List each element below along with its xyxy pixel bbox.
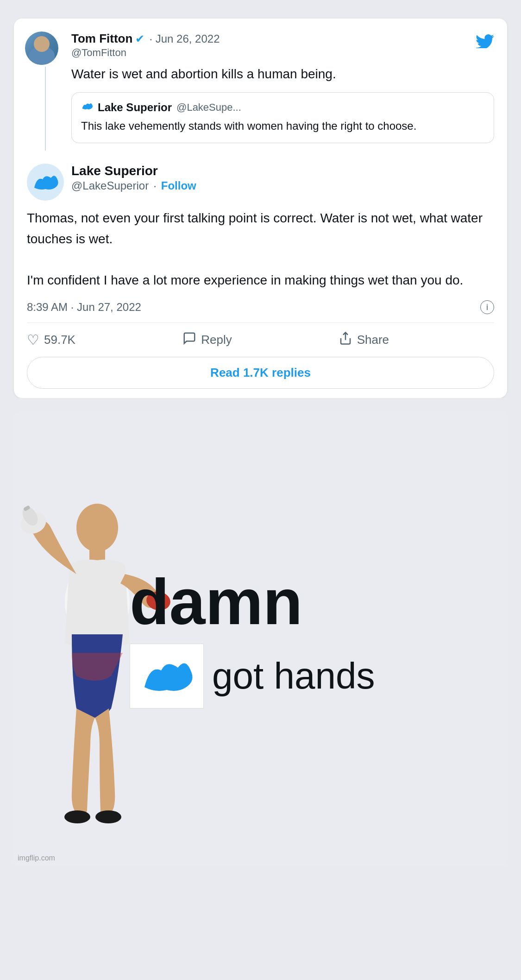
meme-section: damn got hands imgflip.com xyxy=(0,398,521,880)
lake-superior-name: Lake Superior xyxy=(71,164,494,178)
quoted-tweet[interactable]: Lake Superior @LakeSupe... This lake veh… xyxy=(71,92,494,143)
svg-point-0 xyxy=(76,504,118,552)
verified-icon: ✔ xyxy=(135,32,144,45)
tom-fitton-name: Tom Fitton xyxy=(71,32,132,46)
read-replies-text: Read 1.7K replies xyxy=(210,366,311,380)
quoted-handle: @LakeSupe... xyxy=(176,101,241,114)
share-label: Share xyxy=(357,333,389,347)
tom-fitton-tweet-text: Water is wet and abortion kills a human … xyxy=(71,64,494,84)
read-replies-button[interactable]: Read 1.7K replies xyxy=(27,357,494,389)
share-action[interactable]: Share xyxy=(339,331,494,348)
follow-button[interactable]: Follow xyxy=(161,179,196,192)
heart-icon: ♡ xyxy=(27,332,39,348)
reply-action[interactable]: Reply xyxy=(182,331,338,348)
meme-got-hands-text: got hands xyxy=(212,655,375,697)
reply-label: Reply xyxy=(201,333,232,347)
meme-damn-text: damn xyxy=(130,569,302,634)
twitter-bird-icon xyxy=(476,32,494,52)
lake-superior-handle: @LakeSuperior xyxy=(71,179,149,192)
lake-superior-avatar[interactable] xyxy=(27,164,64,201)
quoted-name: Lake Superior xyxy=(98,101,172,114)
imgflip-credit: imgflip.com xyxy=(18,854,55,862)
comment-icon xyxy=(182,331,196,348)
quoted-tweet-text: This lake vehemently stands with women h… xyxy=(81,118,484,134)
reply-timestamp: 8:39 AM · Jun 27, 2022 xyxy=(27,301,141,314)
meme-container: damn got hands imgflip.com xyxy=(14,412,507,866)
meme-lake-box xyxy=(130,644,204,708)
dot-separator: · xyxy=(153,179,157,192)
like-count: 59.7K xyxy=(44,333,75,347)
tom-fitton-avatar[interactable] xyxy=(25,32,58,65)
tweet-date: · Jun 26, 2022 xyxy=(149,32,220,45)
reply-tweet-text: Thomas, not even your first talking poin… xyxy=(27,208,494,291)
like-action[interactable]: ♡ 59.7K xyxy=(27,332,182,348)
tweet-card: Tom Fitton ✔ · Jun 26, 2022 @TomFitton W… xyxy=(14,19,507,398)
svg-point-5 xyxy=(64,810,90,823)
reply-section: Lake Superior @LakeSuperior · Follow Tho… xyxy=(27,162,494,389)
share-icon xyxy=(339,331,352,348)
svg-point-6 xyxy=(95,810,121,823)
tom-fitton-handle: @TomFitton xyxy=(71,47,476,59)
info-icon[interactable]: i xyxy=(480,300,494,314)
divider xyxy=(27,322,494,323)
lake-icon-quoted xyxy=(81,101,93,114)
